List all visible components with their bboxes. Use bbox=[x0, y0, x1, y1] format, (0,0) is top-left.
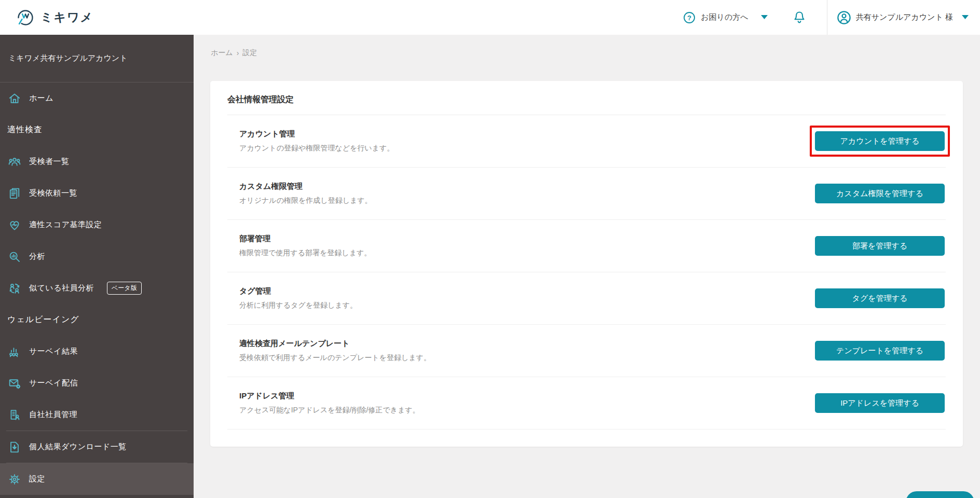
app-logo[interactable]: ミキワメ bbox=[0, 8, 93, 27]
manage-button-アカウント管理[interactable]: アカウントを管理する bbox=[815, 131, 945, 151]
examinee-list-icon bbox=[7, 155, 21, 169]
manage-button-IPアドレス管理[interactable]: IPアドレスを管理する bbox=[815, 393, 945, 413]
sidebar-item-個人結果ダウンロード一覧[interactable]: 個人結果ダウンロード一覧 bbox=[0, 431, 194, 463]
manage-button-タグ管理[interactable]: タグを管理する bbox=[815, 288, 945, 308]
settings-row: 部署管理 権限管理で使用する部署を登録します。 部署を管理する bbox=[227, 220, 946, 272]
account-menu[interactable]: 共有サンプルアカウント 様 bbox=[827, 10, 980, 25]
settings-row: タグ管理 分析に利用するタグを登録します。 タグを管理する bbox=[227, 272, 946, 325]
mikiwame-logo-icon bbox=[16, 8, 35, 27]
account-name-label: 共有サンプルアカウント 様 bbox=[856, 12, 953, 22]
home-icon bbox=[7, 91, 21, 105]
settings-row: カスタム権限管理 オリジナルの権限を作成し登録します。 カスタム権限を管理する bbox=[227, 168, 946, 220]
settings-row: アカウント管理 アカウントの登録や権限管理などを行います。 アカウントを管理する bbox=[227, 115, 946, 168]
sidebar-item-分析[interactable]: 分析 bbox=[0, 241, 194, 272]
sidebar-item-自社社員管理[interactable]: 自社社員管理 bbox=[0, 399, 194, 431]
sidebar-section-適性検査: 適性検査 bbox=[0, 114, 194, 146]
manage-button-適性検査用メールテンプレート[interactable]: テンプレートを管理する bbox=[815, 341, 945, 361]
row-description: 権限管理で使用する部署を登録します。 bbox=[239, 248, 371, 258]
help-label: お困りの方へ bbox=[701, 12, 748, 22]
sidebar-item-受検依頼一覧[interactable]: 受検依頼一覧 bbox=[0, 177, 194, 209]
row-title: 部署管理 bbox=[239, 234, 371, 244]
own-employee-icon bbox=[7, 408, 21, 422]
manage-button-カスタム権限管理[interactable]: カスタム権限を管理する bbox=[815, 184, 945, 203]
analysis-icon bbox=[7, 250, 21, 264]
exam-request-list-icon bbox=[7, 186, 21, 200]
settings-rows: アカウント管理 アカウントの登録や権限管理などを行います。 アカウントを管理する… bbox=[227, 115, 946, 430]
breadcrumb-separator: › bbox=[237, 49, 239, 57]
similar-employee-icon bbox=[7, 281, 21, 295]
row-title: アカウント管理 bbox=[239, 129, 394, 139]
breadcrumb: ホーム › 設定 bbox=[194, 35, 980, 58]
row-description: 分析に利用するタグを登録します。 bbox=[239, 301, 357, 310]
row-title: タグ管理 bbox=[239, 286, 357, 296]
sidebar-section-ウェルビーイング: ウェルビーイング bbox=[0, 304, 194, 336]
sidebar: ミキワメ共有サンプルアカウント ホーム 適性検査 受検者一覧 受検依頼一覧 適性… bbox=[0, 35, 194, 498]
help-menu[interactable]: ? お困りの方へ bbox=[683, 11, 767, 24]
company-settings-card: 会社情報管理設定 アカウント管理 アカウントの登録や権限管理などを行います。 ア… bbox=[210, 81, 963, 447]
sidebar-account-title: ミキワメ共有サンプルアカウント bbox=[0, 35, 194, 82]
score-criteria-icon bbox=[7, 218, 21, 232]
beta-badge: ベータ版 bbox=[107, 282, 142, 295]
sidebar-nav: ホーム 適性検査 受検者一覧 受検依頼一覧 適性スコア基準設定 分析 似ている社… bbox=[0, 82, 194, 495]
sidebar-item-似ている社員分析[interactable]: 似ている社員分析 ベータ版 bbox=[0, 272, 194, 304]
survey-result-icon bbox=[7, 344, 21, 358]
row-title: IPアドレス管理 bbox=[239, 391, 420, 401]
settings-icon bbox=[7, 472, 21, 486]
chevron-down-icon bbox=[761, 15, 768, 20]
help-question-icon: ? bbox=[683, 11, 696, 24]
card-title: 会社情報管理設定 bbox=[227, 81, 946, 115]
sidebar-item-受検者一覧[interactable]: 受検者一覧 bbox=[0, 146, 194, 177]
sidebar-item-サーベイ配信[interactable]: サーベイ配信 bbox=[0, 367, 194, 399]
top-header: ミキワメ ? お困りの方へ bbox=[0, 0, 980, 35]
row-description: アクセス可能なIPアドレスを登録/削除/修正できます。 bbox=[239, 406, 420, 415]
support-fab[interactable] bbox=[906, 491, 974, 498]
breadcrumb-home[interactable]: ホーム bbox=[211, 48, 233, 58]
row-title: カスタム権限管理 bbox=[239, 182, 372, 191]
row-description: オリジナルの権限を作成し登録します。 bbox=[239, 196, 372, 205]
sidebar-item-適性スコア基準設定[interactable]: 適性スコア基準設定 bbox=[0, 209, 194, 241]
row-description: 受検依頼で利用するメールのテンプレートを登録します。 bbox=[239, 353, 431, 363]
notifications-button[interactable] bbox=[793, 10, 806, 25]
survey-delivery-icon bbox=[7, 376, 21, 390]
settings-row: IPアドレス管理 アクセス可能なIPアドレスを登録/削除/修正できます。 IPア… bbox=[227, 377, 946, 430]
settings-row: 適性検査用メールテンプレート 受検依頼で利用するメールのテンプレートを登録します… bbox=[227, 325, 946, 377]
row-description: アカウントの登録や権限管理などを行います。 bbox=[239, 144, 394, 153]
download-list-icon bbox=[7, 440, 21, 454]
svg-text:?: ? bbox=[687, 13, 691, 21]
manage-button-部署管理[interactable]: 部署を管理する bbox=[815, 236, 945, 256]
breadcrumb-current: 設定 bbox=[242, 48, 257, 58]
chevron-down-icon bbox=[962, 15, 969, 20]
main-content: ホーム › 設定 会社情報管理設定 アカウント管理 アカウントの登録や権限管理な… bbox=[194, 35, 980, 498]
sidebar-item-サーベイ結果[interactable]: サーベイ結果 bbox=[0, 336, 194, 367]
user-avatar-icon bbox=[837, 10, 851, 25]
bell-icon bbox=[793, 10, 806, 25]
row-title: 適性検査用メールテンプレート bbox=[239, 339, 431, 349]
sidebar-item-ホーム[interactable]: ホーム bbox=[0, 82, 194, 114]
logo-wordmark: ミキワメ bbox=[40, 9, 93, 25]
sidebar-item-設定[interactable]: 設定 bbox=[0, 463, 194, 495]
